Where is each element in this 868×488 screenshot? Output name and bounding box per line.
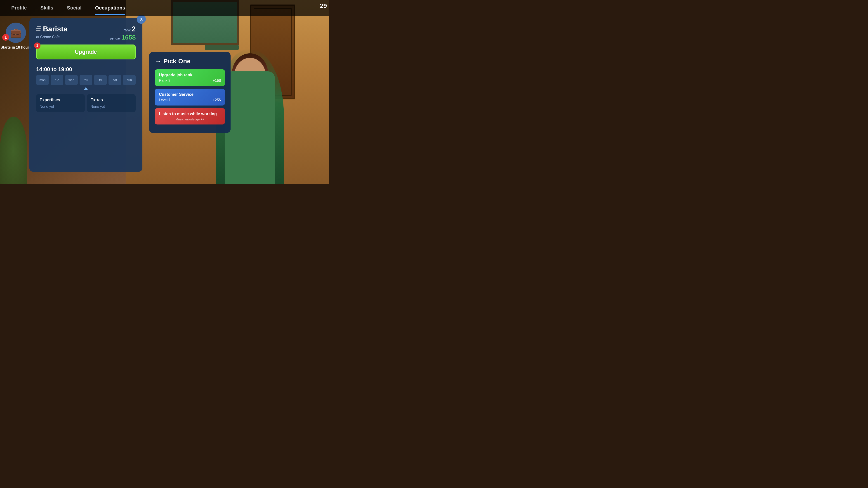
pick-option-cs-sub: Level 1 +25$ <box>159 98 221 102</box>
sections-row: Expertises None yet Extras None yet <box>36 94 135 112</box>
day-wed[interactable]: wed <box>65 75 78 85</box>
job-location: at Crème Café <box>36 35 60 39</box>
pick-option-music-title: Listen to music while working <box>159 111 221 116</box>
day-indicator <box>36 87 135 90</box>
tab-occupations[interactable]: Occupations <box>88 3 132 13</box>
briefcase-icon: 💼 <box>10 28 22 38</box>
expertises-content: None yet <box>39 105 81 109</box>
pick-option-cs-title: Customer Service <box>159 92 221 97</box>
job-title-area: Barista <box>36 25 68 33</box>
job-stripes-icon <box>35 26 41 33</box>
pick-arrow-icon: → <box>155 58 161 65</box>
extras-section: Extras None yet <box>87 94 135 112</box>
job-panel: X Barista rank 2 at Crème Café per day 1… <box>29 18 143 172</box>
pick-option-upgrade-value: +15$ <box>213 78 221 83</box>
days-row: mon tue wed thu fri sat sun <box>36 75 135 85</box>
upgrade-badge: 1 <box>34 42 40 49</box>
pick-option-music[interactable]: Listen to music while working Music know… <box>155 108 225 125</box>
pick-option-upgrade-desc: Rank 3 <box>159 78 170 83</box>
job-sub-header: at Crème Café per day 165$ <box>36 35 135 41</box>
pick-option-music-desc: Music knowledge ++ <box>159 118 221 121</box>
starts-in-label: Starts in 18 hours <box>0 45 31 50</box>
pick-one-label: Pick One <box>163 58 191 65</box>
expertises-title: Expertises <box>39 98 81 102</box>
pick-option-upgrade-rank[interactable]: Upgrade job rank Rank 3 +15$ <box>155 69 225 86</box>
pick-option-customer-service[interactable]: Customer Service Level 1 +25$ <box>155 89 225 105</box>
pick-option-upgrade-title: Upgrade job rank <box>159 73 221 77</box>
upgrade-button[interactable]: 1 Upgrade <box>36 44 135 59</box>
bg-plant <box>0 117 27 184</box>
day-sun[interactable]: sun <box>123 75 135 85</box>
per-day-value: 165$ <box>122 34 135 41</box>
job-header: Barista rank 2 <box>36 25 135 33</box>
bg-table <box>205 45 239 50</box>
pick-option-cs-desc: Level 1 <box>159 98 170 102</box>
upgrade-label: Upgrade <box>75 49 97 55</box>
expertises-section: Expertises None yet <box>36 94 85 112</box>
top-right-number: 29 <box>320 2 327 9</box>
close-button[interactable]: X <box>137 15 146 24</box>
schedule-time: 14:00 to 19:00 <box>36 66 135 72</box>
per-day-area: per day 165$ <box>110 34 135 41</box>
per-day-label: per day <box>110 37 121 40</box>
tab-social[interactable]: Social <box>60 3 88 13</box>
day-sat[interactable]: sat <box>108 75 121 85</box>
tab-skills[interactable]: Skills <box>33 3 60 13</box>
day-thu[interactable]: thu <box>80 75 92 85</box>
day-triangle-icon <box>84 87 88 90</box>
pick-option-cs-value: +25$ <box>213 98 221 102</box>
character-body <box>225 71 275 184</box>
top-nav: Profile Skills Social Occupations <box>0 0 329 16</box>
job-title: Barista <box>43 25 68 33</box>
pick-option-upgrade-sub: Rank 3 +15$ <box>159 78 221 83</box>
day-fri[interactable]: fri <box>94 75 107 85</box>
pick-one-title: → Pick One <box>155 58 225 65</box>
rank-number: 2 <box>131 25 135 33</box>
extras-content: None yet <box>90 105 132 109</box>
extras-title: Extras <box>90 98 132 102</box>
notification-badge: 1 <box>2 34 9 41</box>
tab-profile[interactable]: Profile <box>4 3 33 13</box>
left-sidebar: 1 💼 Starts in 18 hours <box>0 16 32 50</box>
pick-one-panel: → Pick One Upgrade job rank Rank 3 +15$ … <box>149 52 230 133</box>
day-tue[interactable]: tue <box>51 75 63 85</box>
rank-area: rank 2 <box>124 25 135 33</box>
rank-label: rank <box>124 28 131 32</box>
avatar: 💼 <box>6 23 26 43</box>
day-mon[interactable]: mon <box>36 75 49 85</box>
